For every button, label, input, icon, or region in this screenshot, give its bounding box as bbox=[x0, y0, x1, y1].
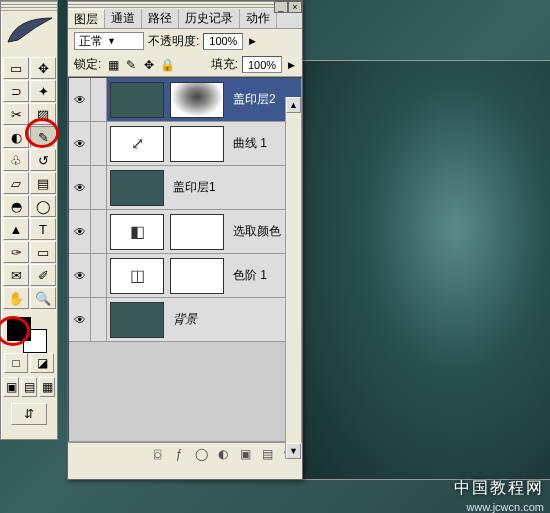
quickmask-mode-button[interactable]: ◪ bbox=[30, 353, 54, 373]
layer-thumbnail[interactable] bbox=[110, 82, 164, 118]
folder-button[interactable]: ▣ bbox=[236, 446, 254, 462]
new-layer-button[interactable]: ▤ bbox=[258, 446, 276, 462]
visibility-toggle[interactable]: 👁 bbox=[69, 210, 91, 253]
link-button[interactable]: ⌼ bbox=[148, 446, 166, 462]
layer-row[interactable]: 👁⤢曲线 1 bbox=[69, 122, 301, 166]
chevron-down-icon: ▼ bbox=[107, 36, 116, 46]
mask-thumbnail[interactable] bbox=[170, 82, 224, 118]
visibility-toggle[interactable]: 👁 bbox=[69, 166, 91, 209]
link-column[interactable] bbox=[91, 78, 107, 121]
lock-move-button[interactable]: ✥ bbox=[141, 57, 157, 73]
type-tool[interactable]: T bbox=[30, 218, 56, 240]
toolbox-drag-handle[interactable] bbox=[1, 1, 57, 11]
layer-list: 👁盖印层2👁⤢曲线 1👁盖印层1👁◧选取颜色👁◫色阶 1👁背景 bbox=[68, 77, 302, 442]
fill-label: 填充: bbox=[211, 56, 238, 73]
crop-tool[interactable]: ✂ bbox=[3, 103, 29, 125]
fx-button[interactable]: ƒ bbox=[170, 446, 188, 462]
history-brush-tool[interactable]: ↺ bbox=[30, 149, 56, 171]
visibility-toggle[interactable]: 👁 bbox=[69, 122, 91, 165]
fill-slider-toggle[interactable]: ▶ bbox=[286, 56, 296, 73]
layer-thumbnail[interactable] bbox=[110, 302, 164, 338]
layer-row[interactable]: 👁盖印层1 bbox=[69, 166, 301, 210]
screen-std-button[interactable]: ▣ bbox=[3, 377, 19, 397]
visibility-toggle[interactable]: 👁 bbox=[69, 254, 91, 297]
link-column[interactable] bbox=[91, 210, 107, 253]
foreground-color-swatch[interactable] bbox=[7, 317, 31, 341]
scroll-track[interactable] bbox=[286, 113, 301, 443]
layer-name-label: 盖印层2 bbox=[233, 91, 276, 108]
opacity-label: 不透明度: bbox=[148, 33, 199, 50]
adjustment-thumbnail[interactable]: ⤢ bbox=[110, 126, 164, 162]
mask-new-button[interactable]: ◯ bbox=[192, 446, 210, 462]
opacity-slider-toggle[interactable]: ▶ bbox=[247, 33, 257, 50]
scroll-up-button[interactable]: ▲ bbox=[286, 97, 301, 113]
layer-row[interactable]: 👁◫色阶 1 bbox=[69, 254, 301, 298]
tab-layers[interactable]: 图层 bbox=[68, 9, 105, 28]
panel-minimize-button[interactable]: _ bbox=[274, 1, 288, 13]
notes-tool[interactable]: ✉ bbox=[3, 264, 29, 286]
quickmask-mode-icon: ◪ bbox=[37, 356, 48, 370]
visibility-toggle[interactable]: 👁 bbox=[69, 298, 91, 341]
marquee-tool[interactable]: ▭ bbox=[3, 57, 29, 79]
tab-history[interactable]: 历史记录 bbox=[179, 9, 240, 28]
patch-tool[interactable]: ◐ bbox=[3, 126, 29, 148]
eyedropper-tool[interactable]: ✐ bbox=[30, 264, 56, 286]
move-tool[interactable]: ✥ bbox=[30, 57, 56, 79]
layer-thumbnail[interactable] bbox=[110, 170, 164, 206]
layer-row[interactable]: 👁◧选取颜色 bbox=[69, 210, 301, 254]
panel-drag-handle[interactable] bbox=[68, 1, 302, 9]
blur-tool[interactable]: ◓ bbox=[3, 195, 29, 217]
layer-row[interactable]: 👁背景 bbox=[69, 298, 301, 342]
patch-icon: ◐ bbox=[11, 130, 22, 145]
shape-tool[interactable]: ▭ bbox=[30, 241, 56, 263]
adjustment-thumbnail[interactable]: ◧ bbox=[110, 214, 164, 250]
tab-paths[interactable]: 路径 bbox=[142, 9, 179, 28]
stamp-tool[interactable]: ♧ bbox=[3, 149, 29, 171]
layer-row[interactable]: 👁盖印层2 bbox=[69, 78, 301, 122]
layers-scrollbar[interactable]: ▲ ▼ bbox=[285, 97, 301, 459]
brush-tool[interactable]: ✎ bbox=[30, 126, 56, 148]
link-column[interactable] bbox=[91, 122, 107, 165]
link-column[interactable] bbox=[91, 254, 107, 297]
eraser-tool[interactable]: ▱ bbox=[3, 172, 29, 194]
link-column[interactable] bbox=[91, 166, 107, 209]
hand-tool[interactable]: ✋ bbox=[3, 287, 29, 309]
standard-mode-button[interactable]: □ bbox=[4, 353, 28, 373]
document-image[interactable] bbox=[300, 60, 550, 480]
gradient-tool[interactable]: ▤ bbox=[30, 172, 56, 194]
opacity-input[interactable]: 100% bbox=[203, 33, 243, 50]
scroll-down-button[interactable]: ▼ bbox=[286, 443, 301, 459]
visibility-toggle[interactable]: 👁 bbox=[69, 78, 91, 121]
mask-thumbnail[interactable] bbox=[170, 126, 224, 162]
blend-mode-select[interactable]: 正常 ▼ bbox=[74, 32, 144, 50]
adjust-new-button[interactable]: ◐ bbox=[214, 446, 232, 462]
fill-input[interactable]: 100% bbox=[242, 56, 282, 73]
jump-to-button[interactable]: ⇵ bbox=[11, 403, 47, 425]
lock-all-button[interactable]: 🔒 bbox=[159, 57, 175, 73]
screen-full-button[interactable]: ▦ bbox=[39, 377, 55, 397]
eye-icon: 👁 bbox=[74, 93, 86, 107]
wand-tool[interactable]: ✦ bbox=[30, 80, 56, 102]
eraser-icon: ▱ bbox=[11, 176, 21, 191]
crop-icon: ✂ bbox=[11, 107, 22, 122]
pen-tool[interactable]: ✑ bbox=[3, 241, 29, 263]
eye-icon: 👁 bbox=[74, 313, 86, 327]
tab-channels[interactable]: 通道 bbox=[105, 9, 142, 28]
mask-thumbnail[interactable] bbox=[170, 214, 224, 250]
link-column[interactable] bbox=[91, 298, 107, 341]
lock-paint-button[interactable]: ✎ bbox=[123, 57, 139, 73]
mask-new-icon: ◯ bbox=[195, 447, 208, 461]
mask-thumbnail[interactable] bbox=[170, 258, 224, 294]
layer-name-label: 曲线 1 bbox=[233, 135, 267, 152]
screen-full-menu-button[interactable]: ▤ bbox=[21, 377, 37, 397]
path-select-tool[interactable]: ▲ bbox=[3, 218, 29, 240]
screen-std-icon: ▣ bbox=[6, 380, 17, 394]
panel-close-button[interactable]: × bbox=[288, 1, 302, 13]
adjustment-thumbnail[interactable]: ◫ bbox=[110, 258, 164, 294]
slice-tool[interactable]: ▨ bbox=[30, 103, 56, 125]
tab-actions[interactable]: 动作 bbox=[240, 9, 277, 28]
lock-trans-button[interactable]: ▦ bbox=[105, 57, 121, 73]
lasso-tool[interactable]: ⊃ bbox=[3, 80, 29, 102]
zoom-tool[interactable]: 🔍 bbox=[30, 287, 56, 309]
dodge-tool[interactable]: ◯ bbox=[30, 195, 56, 217]
